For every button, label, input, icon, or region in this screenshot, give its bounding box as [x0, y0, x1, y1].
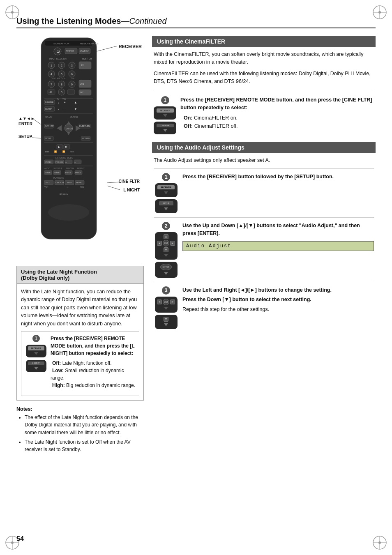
svg-text:MUTING: MUTING — [70, 116, 78, 118]
cinema-step-number: 1 — [161, 96, 169, 104]
svg-text:⏭⏭: ⏭⏭ — [70, 150, 74, 153]
svg-text:VCR: VCR — [44, 186, 48, 188]
late-night-step1-text: Press the [RECEIVER] REMOTE MODE button,… — [51, 335, 136, 392]
svg-rect-56 — [67, 90, 75, 94]
page-title: Using the Listening Modes—Continued — [16, 16, 167, 25]
note-item-2: The Late Night function is set to Off wh… — [25, 438, 144, 454]
svg-text:INPUT SELECTOR: INPUT SELECTOR — [49, 58, 67, 60]
svg-text:STANDBY/ON: STANDBY/ON — [53, 42, 69, 45]
svg-text:VCR: VCR — [80, 83, 84, 85]
svg-text:DVD MULTI CH: DVD MULTI CH — [52, 78, 65, 80]
svg-text:—: — — [65, 161, 67, 163]
audio-mini-nav: ▲ ◄ ENT ► ▼ — [155, 232, 178, 260]
svg-text:PRO LOG: PRO LOG — [55, 161, 63, 163]
svg-text:3: 3 — [71, 64, 73, 67]
l-night-label: L NIGHT — [123, 188, 140, 192]
svg-text:⏮⏮: ⏮⏮ — [45, 150, 49, 153]
mini-remote-lnight: L NIGHT — [26, 360, 46, 372]
svg-text:8: 8 — [61, 83, 62, 86]
svg-text:5: 5 — [61, 73, 62, 76]
cinema-filter-intro: With the CinemaFILTER, you can soften ov… — [154, 51, 374, 67]
svg-text:SETUP: SETUP — [45, 108, 52, 110]
svg-text:7: 7 — [51, 83, 52, 86]
cinema-mini-remote-2: CINE FLTR — [154, 122, 176, 134]
svg-text:SAT: SAT — [80, 91, 83, 94]
cinema-step1-options: On: CinemaFILTER on. Off: CinemaFILTER o… — [180, 114, 374, 130]
svg-text:STEREO: STEREO — [45, 161, 51, 163]
audio-step2-images: 2 ▲ ◄ ENT ► — [154, 222, 178, 278]
svg-text:ENTER: ENTER — [75, 172, 81, 174]
audio-step1-text: Press the [RECEIVER] button followed by … — [182, 173, 374, 181]
page-header: Using the Listening Modes—Continued — [16, 16, 376, 28]
svg-text:2: 2 — [61, 64, 62, 67]
svg-text:CD-R: CD-R — [70, 78, 75, 80]
page-title-main: Using the Listening Modes — [16, 16, 121, 25]
svg-text:AUDIO: AUDIO — [44, 168, 51, 170]
left-column: STANDBY/ON REMOTE MODE ⏻ APR/AM MULTI CH… — [16, 36, 144, 454]
svg-text:DVD-D: DVD-D — [45, 182, 50, 184]
cinema-filter-header: Using the CinemaFILTER — [152, 36, 376, 47]
receiver-label: RECEIVER — [119, 44, 142, 49]
late-night-step1: 1 RECEIVER L NIGHT — [21, 331, 139, 396]
page-number: 54 — [16, 535, 24, 543]
audio-step3-text: Use the Left and Right [◄]/[►] buttons t… — [182, 286, 374, 313]
arrow-down-2 — [34, 367, 38, 370]
late-night-intro: With the Late Night function, you can re… — [21, 288, 139, 328]
svg-text:PLAY MODE: PLAY MODE — [53, 177, 64, 179]
svg-text:SUBTITLE: SUBTITLE — [53, 168, 62, 170]
audio-mini-lr-nav: ◄ ENT ► — [155, 297, 178, 313]
audio-adjust-body: The Audio Adjust settings only affect sp… — [152, 157, 376, 329]
right-column: Using the CinemaFILTER With the CinemaFI… — [152, 36, 376, 454]
late-night-options: Off: Late Night function off. Low: Small… — [51, 359, 136, 389]
svg-text:–○–: –○– — [66, 186, 69, 188]
svg-text:⏻: ⏻ — [56, 50, 60, 53]
svg-text:−: − — [64, 107, 66, 111]
audio-step1-row: 1 RECEIVER SETUP Press the [RECEIV — [154, 168, 374, 213]
svg-text:L NIGHT: L NIGHT — [66, 182, 72, 184]
svg-text:HDD: HDD — [80, 186, 84, 188]
svg-text:▼: ▼ — [74, 107, 77, 111]
svg-text:ENTER: ENTER — [66, 127, 73, 130]
svg-text:▲: ▲ — [74, 101, 77, 104]
cinema-filter-step1-text: Press the [RECEIVER] REMOTE MODE button,… — [180, 96, 374, 131]
svg-point-134 — [48, 204, 89, 221]
svg-line-139 — [107, 186, 120, 190]
svg-text:MULTI CH: MULTI CH — [80, 50, 90, 52]
cinema-step1-instruction: Press the [RECEIVER] REMOTE MODE button,… — [180, 96, 374, 112]
svg-text:ENTER: ENTER — [65, 172, 71, 174]
audio-step3-instruction2: Press the Down [▼] button to select the … — [182, 296, 374, 304]
svg-text:6: 6 — [71, 73, 73, 76]
svg-text:+: + — [64, 101, 66, 104]
audio-step3-number: 3 — [162, 286, 170, 295]
svg-text:—: — — [74, 161, 76, 163]
page-title-suffix: Continued — [129, 16, 166, 25]
svg-text:FL/CH INT: FL/CH INT — [45, 125, 54, 127]
cinema-filter-step1-row: 1 RECEIVER CINE FLTR Press the [RE — [154, 96, 374, 134]
svg-text:SP A/B: SP A/B — [45, 116, 52, 118]
main-layout: STANDBY/ON REMOTE MODE ⏻ APR/AM MULTI CH… — [16, 36, 376, 454]
svg-text:TV: TV — [81, 64, 84, 67]
late-night-body: With the Late Night function, you can re… — [17, 284, 143, 400]
svg-line-138 — [107, 182, 120, 183]
cinema-filter-step1-images: 1 RECEIVER CINE FLTR — [154, 96, 176, 134]
note-item-1: The effect of the Late Night function de… — [25, 414, 144, 437]
svg-text:RANDOM: RANDOM — [66, 168, 74, 170]
svg-text:9: 9 — [71, 83, 73, 86]
audio-adjust-section: Using the Audio Adjust Settings The Audi… — [152, 142, 376, 329]
audio-step3-images: 3 ◄ ENT ► — [154, 286, 178, 329]
audio-step3-row: 3 ◄ ENT ► — [154, 282, 374, 329]
svg-text:■: ■ — [65, 145, 67, 148]
lcd-display: Audio Adjust — [182, 241, 374, 251]
audio-step1-images: 1 RECEIVER SETUP — [154, 173, 178, 213]
audio-mini-down: ▼ — [155, 315, 178, 329]
svg-text:▼: ▼ — [58, 108, 60, 111]
notes-list: The effect of the Late Night function de… — [16, 414, 144, 454]
audio-mini-remote-receiver: RECEIVER — [155, 183, 178, 197]
svg-text:LISTENING MODE: LISTENING MODE — [55, 157, 73, 159]
svg-text:ENTER: ENTER — [54, 172, 60, 174]
audio-adjust-header: Using the Audio Adjust Settings — [152, 142, 376, 153]
arrow-down-1 — [34, 352, 38, 355]
audio-mini-remote-setup: SETUP — [155, 199, 178, 213]
audio-mini-enter: ENTER — [155, 262, 178, 278]
svg-text:+10: +10 — [48, 91, 52, 93]
